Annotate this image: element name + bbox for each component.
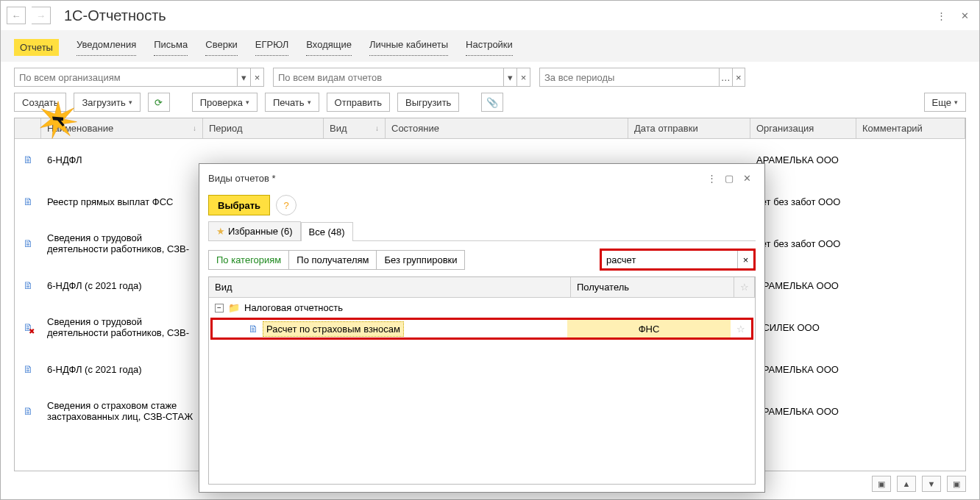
col-senddate[interactable]: Дата отправки bbox=[628, 118, 750, 138]
scroll-down-icon[interactable]: ▼ bbox=[922, 476, 941, 492]
row-org: АСИЛЕК ООО bbox=[750, 318, 856, 338]
clear-icon[interactable]: × bbox=[732, 68, 745, 86]
row-org: АРАМЕЛЬКА ООО bbox=[750, 401, 856, 421]
nav-forward-button[interactable]: → bbox=[32, 7, 51, 24]
row-name: Сведения о страховом стаже застрахованны… bbox=[41, 396, 203, 426]
print-button[interactable]: Печать▾ bbox=[265, 93, 319, 112]
dialog-close-icon[interactable]: ✕ bbox=[738, 169, 756, 187]
tab-settings[interactable]: Настройки bbox=[466, 39, 513, 56]
tree-collapse-icon[interactable]: − bbox=[215, 304, 224, 312]
tab-egryul[interactable]: ЕГРЮЛ bbox=[255, 39, 288, 56]
row-name: 6-НДФЛ (с 2021 года) bbox=[41, 276, 203, 296]
check-button[interactable]: Проверка▾ bbox=[192, 93, 258, 112]
refresh-icon[interactable]: ⟳ bbox=[148, 93, 170, 112]
search-input[interactable] bbox=[602, 251, 737, 268]
row-name: Реестр прямых выплат ФСС bbox=[41, 192, 203, 212]
doc-icon: 🗎 bbox=[23, 363, 33, 375]
clear-icon[interactable]: × bbox=[250, 68, 263, 86]
dialog-title: Виды отчетов * bbox=[208, 173, 276, 184]
send-button[interactable]: Отправить bbox=[327, 93, 390, 112]
chevron-down-icon[interactable]: ▾ bbox=[237, 68, 250, 86]
seg-by-category[interactable]: По категориям bbox=[208, 250, 289, 270]
tree-group-row[interactable]: − 📁 Налоговая отчетность bbox=[209, 299, 755, 316]
attach-icon[interactable]: 📎 bbox=[481, 93, 503, 112]
export-button[interactable]: Выгрузить bbox=[397, 93, 459, 112]
tab-reconciliation[interactable]: Сверки bbox=[205, 39, 238, 56]
modal-col-kind[interactable]: Вид bbox=[209, 277, 571, 297]
tab-notifications[interactable]: Уведомления bbox=[77, 39, 136, 56]
col-kind[interactable]: Вид↓ bbox=[324, 118, 386, 138]
row-name: 6-НДФЛ (с 2021 года) bbox=[41, 360, 203, 379]
doc-icon: 🗎 bbox=[23, 279, 33, 291]
search-clear-icon[interactable]: × bbox=[737, 251, 753, 268]
col-name[interactable]: Наименование↓ bbox=[41, 118, 203, 138]
group-label: Налоговая отчетность bbox=[244, 302, 343, 313]
scroll-up-icon[interactable]: ▲ bbox=[897, 476, 916, 492]
modal-col-star[interactable]: ☆ bbox=[734, 277, 755, 297]
selected-report-recipient: ФНС bbox=[567, 320, 731, 338]
dialog-menu-icon[interactable]: ⋮ bbox=[703, 169, 720, 187]
tab-favorites[interactable]: ★ Избранные (6) bbox=[208, 221, 301, 240]
menu-icon[interactable]: ⋮ bbox=[932, 7, 950, 24]
tab-accounts[interactable]: Личные кабинеты bbox=[369, 39, 448, 56]
selected-report-label: Расчет по страховым взносам bbox=[263, 321, 404, 337]
help-icon[interactable]: ? bbox=[276, 195, 297, 215]
report-types-dialog: Виды отчетов * ⋮ ▢ ✕ Выбрать ? ★ Избранн… bbox=[199, 163, 765, 493]
star-icon: ★ bbox=[216, 226, 225, 237]
seg-by-recipient[interactable]: По получателям bbox=[289, 250, 377, 270]
row-name: Сведения о трудовой деятельности работни… bbox=[41, 312, 203, 343]
dialog-maximize-icon[interactable]: ▢ bbox=[720, 169, 738, 187]
row-org: чет без забот ООО bbox=[750, 192, 856, 212]
ellipsis-icon[interactable]: … bbox=[719, 68, 732, 86]
doc-icon: 🗎 bbox=[23, 405, 33, 417]
nav-back-button[interactable]: ← bbox=[7, 7, 26, 24]
doc-icon: 🗎 bbox=[23, 154, 33, 165]
col-state[interactable]: Состояние bbox=[386, 118, 628, 138]
main-tabs: Отчеты Уведомления Письма Сверки ЕГРЮЛ В… bbox=[1, 30, 979, 62]
create-button[interactable]: Создать bbox=[14, 93, 66, 112]
tab-all[interactable]: Все (48) bbox=[301, 222, 353, 241]
row-org: АРАМЕЛЬКА ООО bbox=[750, 360, 856, 379]
select-button[interactable]: Выбрать bbox=[208, 195, 270, 215]
seg-no-grouping[interactable]: Без группировки bbox=[377, 250, 465, 270]
close-icon[interactable]: ✕ bbox=[956, 7, 973, 24]
load-button[interactable]: Загрузить▾ bbox=[74, 93, 140, 112]
selected-report-row[interactable]: 🗎 Расчет по страховым взносам ФНС ☆ bbox=[210, 318, 753, 340]
row-org: АРАМЕЛЬКА ООО bbox=[750, 276, 856, 296]
folder-icon: 📁 bbox=[228, 302, 240, 313]
col-comment[interactable]: Комментарий bbox=[856, 118, 965, 138]
tab-reports[interactable]: Отчеты bbox=[14, 39, 59, 56]
filter-period-input[interactable] bbox=[540, 68, 719, 86]
doc-error-icon: 🗎✖ bbox=[23, 321, 33, 333]
clear-icon[interactable]: × bbox=[516, 68, 530, 86]
page-title: 1С-Отчетность bbox=[64, 7, 166, 24]
tab-letters[interactable]: Письма bbox=[154, 39, 188, 56]
row-name: Сведения о трудовой деятельности работни… bbox=[41, 228, 203, 259]
row-org: АРАМЕЛЬКА ООО bbox=[750, 150, 856, 170]
chevron-down-icon[interactable]: ▾ bbox=[503, 68, 516, 86]
doc-icon: 🗎 bbox=[23, 196, 33, 207]
filter-kind-input[interactable] bbox=[274, 68, 503, 86]
scroll-top-icon[interactable]: ▣ bbox=[872, 476, 891, 492]
doc-icon: 🗎 bbox=[248, 323, 258, 335]
filter-org-input[interactable] bbox=[15, 68, 237, 86]
doc-icon: 🗎 bbox=[23, 238, 33, 249]
star-outline-icon[interactable]: ☆ bbox=[731, 324, 751, 335]
tab-inbox[interactable]: Входящие bbox=[306, 39, 352, 56]
modal-col-recipient[interactable]: Получатель bbox=[571, 277, 734, 297]
row-name: 6-НДФЛ bbox=[41, 150, 203, 170]
col-period[interactable]: Период bbox=[203, 118, 324, 138]
col-org[interactable]: Организация bbox=[750, 118, 856, 138]
more-button[interactable]: Еще▾ bbox=[924, 93, 966, 112]
row-org: чет без забот ООО bbox=[750, 234, 856, 254]
search-box: × bbox=[600, 249, 756, 271]
scroll-bottom-icon[interactable]: ▣ bbox=[947, 476, 966, 492]
